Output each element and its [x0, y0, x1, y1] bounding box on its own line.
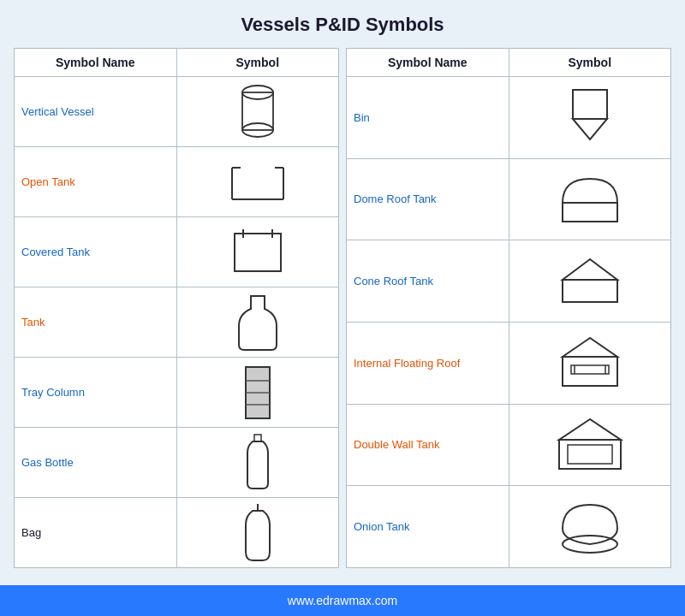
- table-row: Gas Bottle: [15, 428, 339, 498]
- symbol-name: Cone Roof Tank: [347, 240, 509, 323]
- vertical-vessel-icon: [232, 82, 283, 142]
- page-wrapper: Vessels P&ID Symbols Symbol Name Symbol …: [0, 0, 685, 577]
- table-row: Double Wall Tank: [347, 404, 671, 486]
- table-row: Cone Roof Tank: [347, 240, 671, 323]
- symbol-name: Dome Roof Tank: [347, 158, 509, 240]
- svg-marker-32: [559, 419, 621, 440]
- svg-rect-34: [568, 445, 612, 464]
- left-col1-header: Symbol Name: [15, 49, 177, 77]
- svg-rect-19: [254, 435, 261, 441]
- symbol-name: Internal Floating Roof: [347, 322, 509, 404]
- internal-floating-roof-icon: [556, 335, 624, 391]
- symbol-name: Covered Tank: [15, 217, 177, 287]
- onion-tank-icon: [556, 498, 624, 556]
- symbol-name: Tray Column: [15, 358, 177, 428]
- symbol-cell: [176, 428, 339, 498]
- cone-roof-tank-icon: [556, 254, 624, 309]
- symbol-cell: [509, 77, 671, 159]
- symbol-cell: [509, 158, 671, 240]
- table-row: Bag: [15, 498, 339, 568]
- footer-text: www.edrawmax.com: [288, 594, 397, 607]
- symbol-name: Bag: [15, 498, 177, 568]
- table-row: Tank: [15, 287, 339, 358]
- symbol-name: Double Wall Tank: [347, 404, 509, 486]
- symbol-name: Onion Tank: [347, 486, 509, 568]
- symbol-name: Open Tank: [15, 147, 177, 217]
- right-col2-header: Symbol: [509, 49, 671, 77]
- gas-bottle-icon: [241, 432, 275, 494]
- symbol-cell: [509, 486, 671, 568]
- symbol-name: Bin: [347, 77, 509, 159]
- symbol-cell: [509, 240, 671, 323]
- svg-rect-22: [573, 90, 607, 119]
- symbol-name: Tank: [15, 287, 177, 358]
- svg-rect-26: [563, 280, 617, 302]
- symbol-cell: [176, 287, 339, 358]
- double-wall-tank-icon: [556, 416, 624, 474]
- symbol-cell: [176, 498, 339, 568]
- svg-rect-8: [235, 234, 281, 271]
- symbol-cell: [509, 404, 671, 486]
- tables-container: Symbol Name Symbol Vertical Vessel: [14, 48, 671, 568]
- left-table: Symbol Name Symbol Vertical Vessel: [14, 48, 339, 568]
- symbol-cell: [176, 147, 339, 217]
- symbol-cell: [176, 217, 339, 287]
- page-title: Vessels P&ID Symbols: [14, 14, 671, 36]
- svg-rect-29: [571, 365, 609, 374]
- tray-column-icon: [241, 364, 275, 422]
- bag-icon: [241, 502, 275, 564]
- svg-rect-24: [563, 203, 617, 222]
- right-col1-header: Symbol Name: [347, 49, 509, 77]
- symbol-name: Vertical Vessel: [15, 77, 177, 147]
- symbol-cell: [176, 358, 339, 428]
- symbol-cell: [176, 77, 339, 147]
- table-row: Onion Tank: [347, 486, 671, 568]
- right-table: Symbol Name Symbol Bin D: [346, 48, 671, 568]
- table-row: Dome Roof Tank: [347, 158, 671, 240]
- table-row: Internal Floating Roof: [347, 322, 671, 404]
- covered-tank-icon: [228, 227, 288, 278]
- svg-marker-23: [573, 119, 607, 139]
- dome-roof-tank-icon: [556, 172, 624, 227]
- symbol-name: Gas Bottle: [15, 428, 177, 498]
- svg-rect-33: [559, 440, 621, 469]
- table-row: Open Tank: [15, 147, 339, 217]
- footer: www.edrawmax.com: [0, 585, 685, 616]
- open-tank-icon: [228, 161, 288, 204]
- tank-icon: [232, 292, 283, 353]
- symbol-cell: [509, 322, 671, 404]
- bin-icon: [564, 86, 616, 148]
- left-col2-header: Symbol: [176, 49, 339, 77]
- table-row: Bin: [347, 77, 671, 159]
- svg-marker-27: [563, 338, 617, 357]
- table-row: Tray Column: [15, 358, 339, 428]
- table-row: Covered Tank: [15, 217, 339, 287]
- svg-marker-25: [563, 259, 617, 280]
- table-row: Vertical Vessel: [15, 77, 339, 147]
